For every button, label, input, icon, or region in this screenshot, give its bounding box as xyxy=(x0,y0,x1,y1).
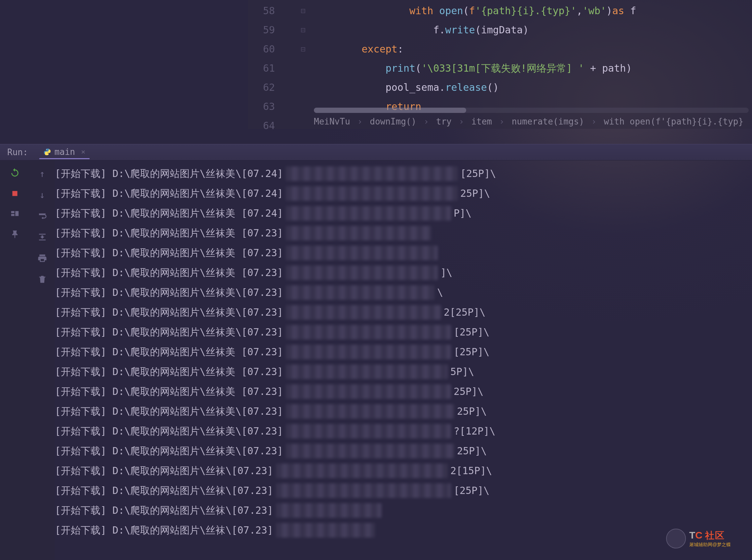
console-line: [开始下载] D:\爬取的网站图片\丝袜美\[07.24]25P]\ xyxy=(55,184,752,203)
run-toolbar-left xyxy=(0,160,30,560)
censored-content xyxy=(286,166,458,181)
censored-content xyxy=(286,444,454,458)
console-line: [开始下载] D:\爬取的网站图片\丝袜美\[07.23]25P]\ xyxy=(55,401,752,421)
console-line: [开始下载] D:\爬取的网站图片\丝袜美\[07.23]25P]\ xyxy=(55,441,752,461)
console-line: [开始下载] D:\爬取的网站图片\丝袜美\[07.23]?[12P]\ xyxy=(55,421,752,441)
code-line[interactable]: with open(f'{path}{i}.{typ}','wb')as f xyxy=(314,1,749,20)
svg-rect-2 xyxy=(12,191,17,196)
censored-content xyxy=(286,206,451,221)
code-line[interactable]: pool_sema.release() xyxy=(314,78,749,97)
line-number: 64 xyxy=(248,116,284,135)
line-number: 58 xyxy=(248,1,284,20)
censored-content xyxy=(286,384,451,399)
console-line: [开始下载] D:\爬取的网站图片\丝袜美\[07.24][25P]\ xyxy=(55,164,752,184)
censored-content xyxy=(276,503,382,518)
svg-rect-3 xyxy=(11,211,15,213)
line-number: 63 xyxy=(248,97,284,116)
console-line: [开始下载] D:\爬取的网站图片\丝袜\[07.23]2[15P]\ xyxy=(55,461,752,481)
censored-content xyxy=(276,523,375,538)
watermark-icon xyxy=(666,528,686,548)
chevron-right-icon: › xyxy=(592,117,597,126)
breadcrumb-item[interactable]: downImg() xyxy=(370,117,416,126)
print-button[interactable] xyxy=(36,252,49,265)
censored-content xyxy=(286,404,454,419)
code-editor-pane: 58596061626364 ⊟⊟⊟ with open(f'{path}{i}… xyxy=(248,0,752,129)
watermark-sub: 社区 xyxy=(705,530,725,541)
console-line: [开始下载] D:\爬取的网站图片\丝袜美 [07.23][25P]\ xyxy=(55,342,752,362)
console-line: [开始下载] D:\爬取的网站图片\丝袜美 [07.23] xyxy=(55,223,752,243)
chevron-right-icon: › xyxy=(358,117,363,126)
console-line: [开始下载] D:\爬取的网站图片\丝袜\[07.23][25P]\ xyxy=(55,481,752,501)
pin-button[interactable] xyxy=(8,228,21,241)
censored-content xyxy=(286,325,451,339)
chevron-right-icon: › xyxy=(424,117,429,126)
run-tab-main[interactable]: main × xyxy=(39,146,90,159)
down-arrow-button[interactable]: ↓ xyxy=(36,188,49,201)
console-line: [开始下载] D:\爬取的网站图片\丝袜美 [07.23]25P]\ xyxy=(55,382,752,401)
code-line[interactable]: except: xyxy=(314,40,749,59)
censored-content xyxy=(286,265,438,280)
censored-content xyxy=(276,483,451,498)
censored-content xyxy=(276,464,448,478)
console-line: [开始下载] D:\爬取的网站图片\丝袜美 [07.23]]\ xyxy=(55,263,752,283)
soft-wrap-button[interactable] xyxy=(36,209,49,223)
chevron-right-icon: › xyxy=(459,117,464,126)
fold-marks: ⊟⊟⊟ xyxy=(301,0,307,59)
code-line[interactable]: print('\033[31m[下载失败!网络异常] ' + path) xyxy=(314,59,749,78)
breadcrumb-item[interactable]: item xyxy=(471,117,492,126)
run-tab-name: main xyxy=(55,147,75,157)
censored-content xyxy=(286,424,451,439)
close-icon[interactable]: × xyxy=(81,147,85,156)
rerun-button[interactable] xyxy=(8,166,21,180)
scrollbar-thumb[interactable] xyxy=(314,108,466,113)
censored-content xyxy=(286,246,438,260)
censored-content xyxy=(286,345,451,359)
console-output[interactable]: [开始下载] D:\爬取的网站图片\丝袜美\[07.24][25P]\[开始下载… xyxy=(55,160,752,560)
breadcrumb-item[interactable]: numerate(imgs) xyxy=(512,117,584,126)
watermark: TC 社区 屠城辅助网@梦之蝶 xyxy=(666,524,746,554)
stop-button[interactable] xyxy=(8,187,21,200)
console-line: [开始下载] D:\爬取的网站图片\丝袜\[07.23] xyxy=(55,501,752,520)
run-tool-window-header: Run: main × xyxy=(0,144,752,160)
console-line: [开始下载] D:\爬取的网站图片\丝袜美\[07.23][25P]\ xyxy=(55,322,752,342)
line-number: 59 xyxy=(248,20,284,40)
breadcrumb-item[interactable]: with open(f'{path}{i}.{typ} xyxy=(604,117,744,126)
line-number: 62 xyxy=(248,78,284,97)
censored-content xyxy=(286,305,441,320)
trash-button[interactable] xyxy=(36,273,49,286)
horizontal-scrollbar[interactable] xyxy=(314,108,749,113)
chevron-right-icon: › xyxy=(499,117,504,126)
svg-rect-5 xyxy=(15,211,19,216)
scroll-to-end-button[interactable] xyxy=(36,231,49,244)
censored-content xyxy=(286,285,435,300)
breadcrumb[interactable]: MeiNvTu›downImg()›try›item›numerate(imgs… xyxy=(314,114,749,129)
breadcrumb-item[interactable]: try xyxy=(436,117,452,126)
console-line: [开始下载] D:\爬取的网站图片\丝袜美 [07.23]5P]\ xyxy=(55,362,752,382)
svg-point-0 xyxy=(46,149,46,149)
line-number-gutter: 58596061626364 xyxy=(248,0,284,135)
line-number: 60 xyxy=(248,40,284,59)
watermark-url: 屠城辅助网@梦之蝶 xyxy=(689,542,731,548)
code-line[interactable]: return xyxy=(314,97,749,116)
python-icon xyxy=(43,148,51,156)
code-area[interactable]: with open(f'{path}{i}.{typ}','wb')as f f… xyxy=(314,1,749,116)
console-line: [开始下载] D:\爬取的网站图片\丝袜美\[07.23]\ xyxy=(55,283,752,302)
censored-content xyxy=(286,186,458,201)
console-line: [开始下载] D:\爬取的网站图片\丝袜\[07.23] xyxy=(55,520,752,540)
run-label: Run: xyxy=(7,147,28,157)
svg-rect-4 xyxy=(11,214,15,216)
watermark-c: C xyxy=(695,529,702,541)
censored-content xyxy=(286,364,448,379)
console-line: [开始下载] D:\爬取的网站图片\丝袜美 [07.23] xyxy=(55,243,752,263)
console-line: [开始下载] D:\爬取的网站图片\丝袜美 [07.24]P]\ xyxy=(55,203,752,223)
code-line[interactable]: f.write(imgData) xyxy=(314,20,749,40)
watermark-t: T xyxy=(689,529,695,541)
censored-content xyxy=(286,226,431,240)
svg-point-1 xyxy=(47,154,48,155)
line-number: 61 xyxy=(248,59,284,78)
run-toolbar-right: ↑ ↓ xyxy=(30,160,55,560)
up-arrow-button[interactable]: ↑ xyxy=(36,167,49,180)
layout-button[interactable] xyxy=(8,207,21,221)
breadcrumb-item[interactable]: MeiNvTu xyxy=(314,117,350,126)
console-line: [开始下载] D:\爬取的网站图片\丝袜美\[07.23]2[25P]\ xyxy=(55,302,752,322)
